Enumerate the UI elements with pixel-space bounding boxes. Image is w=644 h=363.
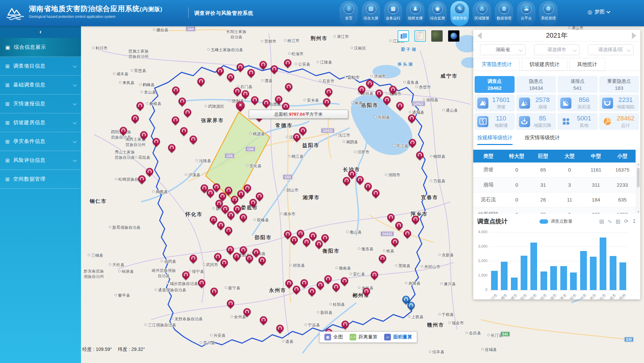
- chart-bar-怀化市[interactable]: [600, 238, 606, 290]
- card-label: 速报点: [570, 78, 585, 84]
- tab-切坡建房统计[interactable]: 切坡建房统计: [522, 58, 567, 71]
- sidebar-item-空间数据管理[interactable]: ⊞空间数据管理: [0, 170, 81, 189]
- nav-item-云平台[interactable]: ☁云平台: [517, 1, 535, 26]
- sidebar-collapse-button[interactable]: ‹: [0, 26, 81, 38]
- chart-bar-湘潭市[interactable]: [511, 278, 518, 290]
- sidebar-item-孕灾条件信息[interactable]: ⊞孕灾条件信息: [0, 132, 81, 151]
- refresh-icon[interactable]: ⟳: [624, 218, 629, 224]
- pin-glyph: [286, 232, 290, 236]
- system-name: 调查评价与风险管控系统: [194, 10, 253, 16]
- pin-glyph: [218, 69, 222, 73]
- next-year-arrow[interactable]: [632, 32, 636, 39]
- card-调查点[interactable]: 调查点28462: [475, 76, 515, 93]
- table-body[interactable]: 滑坡0650116116375崩塌03133112233泥石流026111846…: [473, 162, 640, 214]
- road-shield: G0422: [412, 101, 425, 106]
- line-chart-icon[interactable]: ∿: [608, 218, 612, 224]
- card-崩塌[interactable]: 2578崩塌: [516, 95, 556, 111]
- map-label: 五峰土家族自治县: [207, 47, 243, 53]
- card-地裂缝[interactable]: 110地裂缝: [475, 113, 515, 130]
- nav-item-label: 区域预警: [473, 16, 491, 21]
- card-总计[interactable]: 28462总计: [599, 113, 639, 130]
- tab-灾害隐患统计[interactable]: 灾害隐患统计: [474, 58, 520, 71]
- nav-item-业务运行[interactable]: ▦业务运行: [384, 1, 402, 26]
- pin-glyph: [227, 188, 231, 192]
- card-速报点[interactable]: 速报点541: [558, 76, 598, 93]
- nav-item-区域预警[interactable]: ⚠区域预警: [473, 1, 491, 26]
- region-select-2[interactable]: 请选择县/区: [588, 44, 634, 55]
- chart-bar-常德市[interactable]: [550, 266, 557, 290]
- card-滑坡[interactable]: 17601滑坡: [475, 95, 515, 111]
- chart-bar-益阳市[interactable]: [570, 273, 577, 290]
- scroll-up-icon[interactable]: ▲: [637, 163, 640, 166]
- street-map-thumbnail[interactable]: [414, 30, 426, 42]
- subtab-按灾情等级统计[interactable]: 按灾情等级统计: [525, 135, 560, 145]
- distance-measure-button[interactable]: •—• 距离量算: [350, 334, 377, 340]
- chart-bar-郴州市[interactable]: [580, 251, 587, 290]
- table-scrollbar[interactable]: ▲ ▼: [636, 162, 640, 214]
- chart-bar-邵阳市[interactable]: [530, 243, 537, 290]
- nav-item-综合监测[interactable]: ◉综合监测: [428, 1, 447, 26]
- sidebar-item-灾情速报信息[interactable]: ⊞灾情速报信息: [0, 95, 81, 113]
- map-label: 宁远县: [305, 322, 320, 328]
- download-icon[interactable]: ↧: [632, 218, 636, 224]
- layers-icon[interactable]: [398, 30, 409, 42]
- data-view-icon[interactable]: ▤: [599, 218, 604, 224]
- chart-bar-衡阳市[interactable]: [521, 256, 527, 290]
- table-row[interactable]: 泥石流02611184635: [473, 192, 636, 207]
- sidebar-item-基础调查信息[interactable]: ⊞基础调查信息: [0, 76, 81, 95]
- map-label: 永新县: [438, 252, 454, 258]
- table-row[interactable]: 滑坡0650116116375: [473, 162, 636, 177]
- map-label: 井冈山市: [421, 264, 440, 270]
- map-label: 赤壁市: [415, 84, 431, 90]
- full-extent-button[interactable]: ▣ 全图: [324, 334, 343, 340]
- card-其他[interactable]: 5001其他: [558, 113, 598, 130]
- chart-bar-永州市[interactable]: [590, 257, 597, 290]
- chart-bar-湘西州[interactable]: [619, 262, 626, 290]
- chart-bar-岳阳市[interactable]: [540, 271, 547, 290]
- chart-bar-张家界市[interactable]: [560, 266, 567, 290]
- col-header-中型: 中型: [583, 150, 609, 162]
- nav-item-label: 业务运行: [384, 16, 402, 21]
- card-隐患点[interactable]: 隐患点18434: [516, 76, 556, 93]
- nav-item-调查评价[interactable]: ✎调查评价: [450, 1, 469, 26]
- region-select-0[interactable]: 湖南省: [480, 44, 526, 55]
- table-row[interactable]: 崩塌03133112233: [473, 177, 636, 192]
- nav-item-label: 系统管理: [539, 16, 558, 21]
- sidebar: ‹ ▣综合信息展示⊞调查项目信息⊞基础调查信息⊞灾情速报信息⊞切坡建房信息⊞孕灾…: [0, 26, 81, 363]
- nav-item-系统管理[interactable]: ⚙系统管理: [539, 1, 558, 26]
- nav-item-数据管理[interactable]: ≣数据管理: [495, 1, 513, 26]
- scrollbar-thumb[interactable]: [637, 168, 640, 187]
- card-泥石流[interactable]: 856泥石流: [558, 95, 598, 111]
- map-label: 松滋市: [288, 51, 304, 57]
- user-menu[interactable]: ◎ 梦图: [588, 9, 610, 15]
- card-地面塌陷[interactable]: 2231地面塌陷: [599, 95, 639, 111]
- card-value: 183: [615, 85, 623, 91]
- satellite-thumbnail[interactable]: [431, 30, 443, 42]
- prev-year-arrow[interactable]: [477, 32, 482, 39]
- sidebar-item-综合信息展示[interactable]: ▣综合信息展示: [0, 38, 81, 57]
- region-select-1[interactable]: 请选择市: [534, 44, 580, 55]
- nav-item-指挥支撑[interactable]: ♟指挥支撑: [406, 1, 425, 26]
- table-row[interactable]: 地面塌陷07593951752: [473, 207, 636, 214]
- card-重要隐患点[interactable]: 重要隐患点183: [599, 76, 639, 93]
- chart-bar-株洲市[interactable]: [501, 262, 508, 290]
- pin-glyph: [372, 273, 376, 277]
- chart-bar-长沙市[interactable]: [491, 271, 498, 290]
- card-地面沉降[interactable]: 85地面沉降: [516, 113, 556, 130]
- pin-glyph: [257, 194, 261, 198]
- y-axis-tick: 0: [474, 288, 487, 292]
- chart-bar-娄底市[interactable]: [610, 256, 616, 290]
- tab-其他统计[interactable]: 其他统计: [569, 58, 605, 71]
- chart-legend[interactable]: 调查点数量: [539, 218, 572, 224]
- scroll-down-icon[interactable]: ▼: [637, 211, 640, 213]
- nav-item-首页[interactable]: ⌂首页: [339, 1, 358, 26]
- app-title: 湖南省地质灾害防治综合应用系统: [29, 5, 140, 12]
- subtab-按规模等级统计[interactable]: 按规模等级统计: [477, 135, 513, 145]
- nav-item-综合大屏[interactable]: ▤综合大屏: [362, 1, 380, 26]
- globe-thumbnail[interactable]: [448, 30, 459, 42]
- sidebar-item-切坡建房信息[interactable]: ⊞切坡建房信息: [0, 113, 81, 132]
- area-measure-button[interactable]: ▱ 面积量算: [384, 334, 412, 340]
- sidebar-item-调查项目信息[interactable]: ⊞调查项目信息: [0, 57, 81, 76]
- bar-chart-icon[interactable]: ▥: [616, 218, 620, 224]
- sidebar-item-风险评估信息[interactable]: ⊞风险评估信息: [0, 151, 81, 170]
